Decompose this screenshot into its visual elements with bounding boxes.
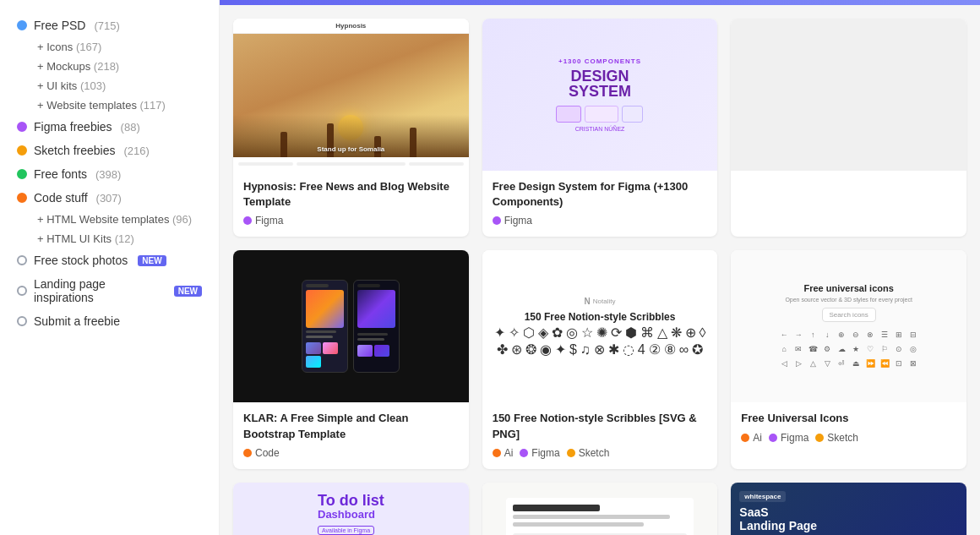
card-placeholder[interactable] — [731, 19, 966, 237]
sidebar-item-mockups[interactable]: + Mockups (218) — [0, 57, 219, 76]
sidebar-label: Figma freebies — [34, 120, 112, 134]
sidebar-count: (307) — [96, 192, 122, 205]
card-title-hypnosis: Hypnosis: Free News and Blog Website Tem… — [243, 179, 459, 210]
sidebar-item-sketch-freebies[interactable]: Sketch freebies (216) — [0, 139, 219, 162]
icons-search-bar: Search icons — [822, 308, 876, 322]
sidebar-item-landing-page-inspirations[interactable]: Landing page inspirations NEW — [0, 272, 219, 309]
sidebar-sub-label: + HTML UI Kits — [37, 232, 115, 245]
thumb-header: Hypnosis — [233, 19, 469, 34]
sidebar-item-free-psd[interactable]: Free PSD (715) — [0, 14, 219, 37]
card-thumbnail-minimal — [482, 483, 718, 535]
card-info-placeholder — [731, 171, 966, 194]
tag-dot-purple — [520, 449, 528, 457]
todo-title-big: To do list — [318, 493, 384, 508]
card-tags-universal-icons: Ai Figma Sketch — [741, 432, 956, 444]
sidebar-item-ui-kits[interactable]: + UI kits (103) — [0, 76, 219, 96]
tag-label: Sketch — [827, 432, 858, 444]
thumb-caption: Stand up for Somalia — [233, 145, 469, 153]
todo-title-area: To do list Dashboard Available in Figma — [318, 493, 384, 535]
sidebar-item-free-fonts[interactable]: Free fonts (398) — [0, 162, 219, 186]
tag-figma: Figma — [243, 215, 283, 227]
card-tags-design-system: Figma — [493, 215, 708, 227]
card-grid: Hypnosis Stand up for Somalia — [220, 5, 980, 535]
card-universal-icons[interactable]: Free universal icons Open source vector … — [731, 250, 966, 468]
sidebar-label: Code stuff — [34, 191, 88, 205]
sidebar-sub-count: (103) — [80, 79, 106, 92]
card-info-notion: 150 Free Notion-style Scribbles [SVG & P… — [482, 402, 718, 468]
minimal-inner — [506, 498, 694, 535]
dot-icon — [17, 193, 27, 203]
tag-figma: Figma — [520, 447, 559, 459]
sidebar-item-website-templates[interactable]: + Website templates (117) — [0, 96, 219, 115]
tag-label: Figma — [781, 432, 808, 444]
card-info-hypnosis: Hypnosis: Free News and Blog Website Tem… — [233, 171, 469, 237]
notion-logo: N Notality — [585, 297, 616, 306]
main-content: Hypnosis Stand up for Somalia — [220, 0, 980, 535]
card-thumbnail-universal-icons: Free universal icons Open source vector … — [731, 250, 966, 402]
tag-dot-purple — [493, 216, 501, 225]
card-title-notion: 150 Free Notion-style Scribbles [SVG & P… — [493, 411, 708, 441]
tag-dot-orange — [243, 449, 252, 457]
tag-label: Sketch — [579, 447, 610, 459]
saas-logo: whitespace — [739, 491, 786, 502]
tag-label: Figma — [255, 215, 283, 227]
card-thumbnail-klar — [233, 250, 469, 402]
sidebar-sub-count: (12) — [115, 232, 134, 245]
sidebar-count: (216) — [124, 145, 150, 157]
card-title-design-system: Free Design System for Figma (+1300 Comp… — [493, 179, 708, 210]
card-notion-scribbles[interactable]: N Notality 150 Free Notion-style Scribbl… — [482, 250, 718, 468]
tag-dot-orange — [741, 434, 749, 442]
card-tags-notion: Ai Figma Sketch — [493, 447, 708, 459]
card-title-universal-icons: Free Universal Icons — [741, 411, 956, 426]
sidebar-label: Free PSD — [34, 19, 85, 32]
thumb-image: Stand up for Somalia — [233, 34, 469, 157]
card-thumbnail-saas: whitespace SaaSLanding Page Free Figma T… — [731, 483, 966, 535]
design-system-sub: +1300 COMPONENTS — [558, 57, 641, 65]
dot-icon — [17, 169, 27, 179]
sidebar-item-icons[interactable]: + Icons (167) — [0, 37, 219, 57]
dot-icon — [17, 20, 27, 30]
sidebar-label: Free stock photos — [34, 254, 128, 267]
sidebar-count: (398) — [95, 168, 121, 181]
minimal-bar — [513, 515, 670, 519]
tag-figma: Figma — [769, 432, 808, 444]
card-saas[interactable]: whitespace SaaSLanding Page Free Figma T… — [731, 483, 966, 535]
sidebar-item-html-website-templates[interactable]: + HTML Website templates (96) — [0, 210, 219, 229]
sidebar-count: (88) — [121, 121, 140, 134]
tag-label: Ai — [753, 432, 762, 444]
design-system-title: DESIGNSYSTEM — [569, 68, 631, 99]
sidebar-item-free-stock-photos[interactable]: Free stock photos NEW — [0, 248, 219, 272]
sidebar-item-html-ui-kits[interactable]: + HTML UI Kits (12) — [0, 229, 219, 248]
card-todo[interactable]: To do list Dashboard Available in Figma … — [233, 483, 469, 535]
dot-icon — [17, 286, 27, 296]
minimal-bar — [513, 522, 644, 527]
sidebar-sub-label: + Website templates — [37, 99, 140, 112]
sidebar-sub-count: (117) — [140, 99, 166, 112]
tag-sketch: Sketch — [567, 447, 610, 459]
klar-phone-right — [353, 280, 400, 373]
tag-label: Figma — [504, 215, 532, 227]
card-info-universal-icons: Free Universal Icons Ai Figma Sketch — [731, 402, 966, 453]
sidebar-sub-label: + UI kits — [37, 79, 80, 92]
sidebar-sub-label: + Mockups — [37, 60, 94, 73]
dot-icon — [17, 122, 27, 132]
card-thumbnail-placeholder — [731, 19, 966, 171]
card-tags-klar: Code — [243, 447, 459, 459]
tag-dot-yellow — [567, 449, 575, 457]
tag-ai: Ai — [493, 447, 514, 459]
sidebar-item-submit-a-freebie[interactable]: Submit a freebie — [0, 309, 219, 333]
icons-subtitle: Open source vector & 3D styles for every… — [785, 297, 912, 303]
card-hypnosis[interactable]: Hypnosis Stand up for Somalia — [233, 19, 469, 237]
tag-ai: Ai — [741, 432, 762, 444]
tag-sketch: Sketch — [815, 432, 858, 444]
card-minimal[interactable] — [482, 483, 718, 535]
sidebar-label: Landing page inspirations — [34, 277, 164, 304]
icons-display-grid: ←→↑↓ ⊕⊖⊗☰ ⊞⊟ ⌂✉☎⚙ ☁★♡⚐ ⊙◎ ◁▷△▽ ⏎⏏⏩⏪ ⊡⊠ — [778, 329, 919, 369]
sidebar-item-code-stuff[interactable]: Code stuff (307) — [0, 186, 219, 210]
card-design-system[interactable]: +1300 COMPONENTS DESIGNSYSTEM CRISTIAN N… — [482, 19, 718, 237]
todo-badge: Available in Figma — [318, 526, 374, 535]
tag-dot-yellow — [815, 434, 824, 442]
sidebar-item-figma-freebies[interactable]: Figma freebies (88) — [0, 115, 219, 139]
card-info-design-system: Free Design System for Figma (+1300 Comp… — [482, 171, 718, 237]
card-klar[interactable]: KLAR: A Free Simple and Clean Bootstrap … — [233, 250, 469, 468]
